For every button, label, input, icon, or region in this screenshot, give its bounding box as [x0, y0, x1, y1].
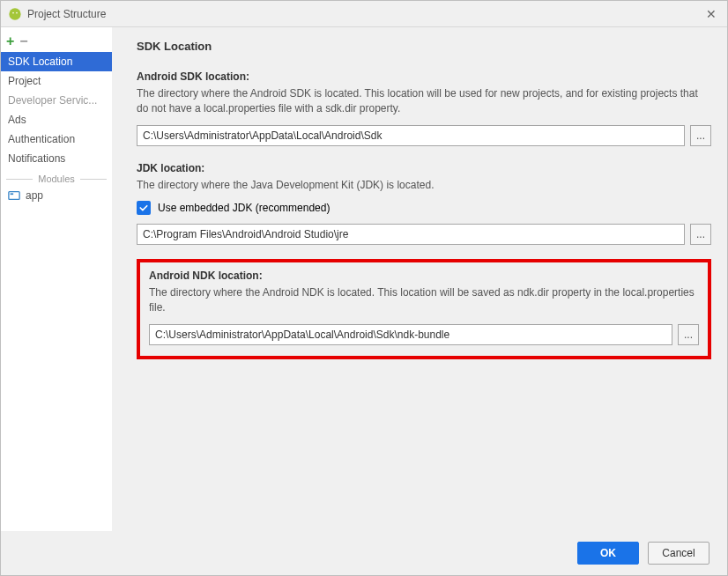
module-icon: [8, 189, 20, 202]
svg-point-0: [9, 8, 20, 19]
sidebar-item-developer-services[interactable]: Developer Servic...: [1, 91, 112, 110]
sidebar-module-label: app: [26, 189, 43, 202]
jdk-path-input[interactable]: [137, 224, 685, 245]
sidebar-item-notifications[interactable]: Notifications: [1, 149, 112, 168]
jdk-embedded-checkbox-row[interactable]: Use embedded JDK (recommended): [137, 201, 711, 215]
sidebar-modules-divider: Modules: [1, 168, 112, 186]
close-icon[interactable]: ✕: [702, 7, 720, 21]
svg-rect-4: [11, 193, 14, 195]
add-icon[interactable]: +: [6, 34, 14, 48]
cancel-button[interactable]: Cancel: [648, 542, 709, 565]
main-panel: SDK Location Android SDK location: The d…: [112, 27, 727, 531]
svg-point-1: [12, 11, 14, 13]
sdk-description: The directory where the Android SDK is l…: [137, 86, 701, 116]
page-title: SDK Location: [137, 40, 711, 53]
sidebar-modules-label: Modules: [38, 174, 75, 184]
sdk-heading: Android SDK location:: [137, 70, 711, 83]
android-studio-icon: [8, 7, 22, 21]
sidebar-item-ads[interactable]: Ads: [1, 110, 112, 129]
sidebar-item-sdk-location[interactable]: SDK Location: [1, 52, 112, 71]
sidebar-item-project[interactable]: Project: [1, 71, 112, 91]
jdk-description: The directory where the Java Development…: [137, 178, 701, 193]
sidebar-module-app[interactable]: app: [1, 186, 112, 205]
ndk-path-input[interactable]: [149, 324, 672, 345]
sdk-browse-button[interactable]: ...: [690, 125, 711, 146]
svg-rect-3: [9, 192, 19, 200]
ndk-heading: Android NDK location:: [149, 270, 699, 282]
checkbox-checked-icon[interactable]: [137, 201, 151, 215]
sidebar-toolbar: + −: [1, 27, 112, 52]
window-title: Project Structure: [27, 8, 106, 20]
ndk-description: The directory where the Android NDK is l…: [149, 285, 699, 315]
dialog-footer: OK Cancel: [1, 531, 727, 575]
ndk-highlight-box: Android NDK location: The directory wher…: [137, 259, 711, 359]
jdk-embedded-label: Use embedded JDK (recommended): [158, 202, 330, 214]
sdk-path-input[interactable]: [137, 125, 685, 146]
ok-button[interactable]: OK: [577, 542, 639, 565]
sidebar-item-authentication[interactable]: Authentication: [1, 129, 112, 149]
jdk-heading: JDK location:: [137, 162, 711, 174]
svg-point-2: [16, 11, 18, 13]
project-structure-dialog: Project Structure ✕ + − SDK Location Pro…: [0, 0, 728, 576]
ndk-browse-button[interactable]: ...: [678, 324, 699, 345]
sidebar: + − SDK Location Project Developer Servi…: [1, 27, 112, 531]
remove-icon[interactable]: −: [19, 34, 27, 48]
title-bar: Project Structure ✕: [1, 1, 727, 27]
jdk-browse-button[interactable]: ...: [690, 224, 711, 245]
